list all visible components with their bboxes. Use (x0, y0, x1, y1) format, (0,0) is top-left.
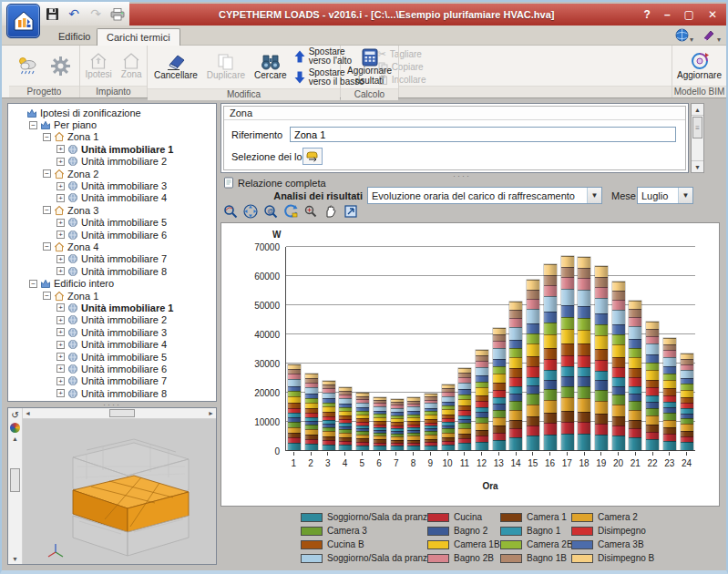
redo-icon[interactable]: ↷ (87, 5, 104, 22)
riferimento-input[interactable] (290, 127, 676, 142)
zona-scrollbar[interactable]: ▲ ≡ ▼ (691, 103, 704, 173)
application-menu-button[interactable] (6, 4, 40, 38)
tree-node[interactable]: +Unità immobiliare 8 (8, 387, 216, 399)
tree-node[interactable]: +Unità immobiliare 4 (8, 338, 216, 350)
tree-node[interactable]: +Unità immobiliare 5 (8, 351, 216, 363)
rotate-view-icon[interactable]: ↺ (11, 410, 18, 420)
collapse-icon[interactable]: − (43, 206, 51, 214)
scroll-left-icon[interactable]: ◄ (25, 410, 31, 416)
print-icon[interactable] (109, 5, 126, 22)
expand-icon[interactable]: + (56, 182, 65, 190)
aggiornare-bim-button[interactable]: Aggiornare (675, 50, 723, 82)
tree-node[interactable]: +Unità immobiliare 2 (8, 314, 216, 326)
relazione-completa-button[interactable]: Relazione completa (223, 177, 326, 189)
help-button[interactable]: ? (644, 8, 651, 21)
zona-button[interactable]: Zona (119, 51, 144, 81)
tree-node[interactable]: +Unità immobiliare 6 (8, 363, 216, 374)
tree-node[interactable]: +Unità immobiliare 3 (8, 326, 216, 338)
tree-node[interactable]: −Per piano (8, 118, 216, 130)
cercare-button[interactable]: Cercare (252, 52, 289, 82)
ipotesi-button[interactable]: Ipotesi (83, 51, 113, 81)
expand-icon[interactable]: + (56, 145, 65, 153)
tree-node[interactable]: +Unità immobiliare 5 (8, 217, 216, 229)
close-button[interactable]: ✕ (708, 8, 717, 21)
expand-icon[interactable]: + (56, 328, 65, 336)
weather-data-button[interactable] (15, 55, 41, 77)
orbit-navigator-icon[interactable] (10, 423, 20, 433)
save-icon[interactable] (44, 5, 60, 22)
tree-node[interactable]: +Unità immobiliare 3 (8, 179, 216, 191)
expand-icon[interactable]: + (56, 158, 65, 166)
tree-node[interactable]: +Unità immobiliare 1 (8, 143, 216, 155)
vscroll-up-icon[interactable]: ▲ (12, 436, 18, 442)
expand-icon[interactable]: + (56, 353, 65, 361)
zoom-extents-icon[interactable] (242, 204, 258, 219)
tree-node[interactable]: −Zona 1 (8, 131, 216, 143)
expand-icon[interactable]: + (56, 219, 65, 227)
tree-node[interactable]: −Zona 1 (8, 290, 216, 302)
expand-icon[interactable]: + (56, 194, 65, 202)
annotate-pen-icon[interactable]: ▾ (702, 28, 721, 44)
view3d-hscrollbar[interactable]: ◄ ► (23, 408, 216, 419)
zona-scroll-thumb[interactable]: ≡ (692, 117, 702, 138)
web-globe-icon[interactable]: ▾ (675, 28, 693, 44)
aggiornare-risultati-button[interactable]: Aggiornare risultati (343, 47, 397, 87)
vscroll-down-icon[interactable]: ▼ (12, 556, 18, 562)
collapse-icon[interactable]: − (43, 133, 51, 141)
hscroll-thumb[interactable] (109, 409, 135, 417)
undo-icon[interactable]: ↶ (66, 5, 82, 22)
collapse-icon[interactable]: − (29, 121, 37, 129)
zone-tree[interactable]: Ipotesi di zonificazione−Per piano−Zona … (7, 103, 217, 402)
expand-icon[interactable]: + (56, 316, 65, 324)
cancellare-button[interactable]: Cancellare (152, 52, 200, 82)
tree-node[interactable]: +Unità immobiliare 8 (8, 265, 216, 277)
collapse-icon[interactable]: − (43, 292, 51, 300)
tab-edificio[interactable]: Edificio (49, 28, 99, 46)
analisi-risultati-dropdown[interactable]: Evoluzione oraria del carico di raffresc… (367, 187, 602, 204)
tree-node[interactable]: +Unità immobiliare 6 (8, 229, 216, 241)
tree-node[interactable]: −Zona 2 (8, 168, 216, 179)
tab-carichi-termici[interactable]: Carichi termici (97, 28, 180, 46)
tree-node[interactable]: +Unità immobiliare 7 (8, 375, 216, 387)
minimize-button[interactable]: – (664, 8, 671, 21)
view3d-canvas[interactable] (23, 419, 216, 564)
tree-node[interactable]: Ipotesi di zonificazione (8, 107, 216, 118)
mese-dropdown[interactable]: Luglio ▼ (637, 187, 693, 204)
collapse-icon[interactable]: − (43, 242, 51, 251)
zona-scroll-down-icon[interactable]: ▼ (692, 160, 703, 172)
tree-node[interactable]: +Unità immobiliare 7 (8, 253, 216, 265)
expand-icon[interactable]: + (56, 389, 65, 397)
expand-icon[interactable]: + (56, 303, 65, 312)
title-bar[interactable]: CYPETHERM LOADS - v2016.i - [C:\...\Esem… (129, 4, 726, 26)
zoom-original-icon[interactable]: @ (262, 204, 278, 219)
expand-icon[interactable]: + (56, 231, 65, 239)
pan-hand-icon[interactable] (323, 204, 338, 219)
expand-icon[interactable]: + (56, 364, 65, 373)
legend-swatch (500, 554, 522, 563)
vscroll-thumb[interactable] (10, 468, 20, 492)
selezione-locali-button[interactable] (302, 148, 323, 165)
tree-node[interactable]: +Unità immobiliare 1 (8, 302, 216, 313)
collapse-icon[interactable]: − (29, 280, 37, 288)
tree-node[interactable]: −Zona 3 (8, 204, 216, 216)
bar-segment (612, 425, 625, 436)
bar-segment (663, 344, 676, 351)
maximize-button[interactable]: ▢ (684, 8, 694, 21)
expand-icon[interactable]: + (56, 267, 65, 275)
scroll-right-icon[interactable]: ► (208, 410, 214, 416)
zoom-dynamic-icon[interactable] (222, 204, 238, 219)
collapse-icon[interactable]: − (43, 169, 51, 178)
tree-node[interactable]: +Unità immobiliare 2 (8, 156, 216, 168)
tree-node[interactable]: +Unità immobiliare 4 (8, 192, 216, 204)
tree-node[interactable]: −Edificio intero (8, 277, 216, 289)
zoom-window-icon[interactable] (302, 204, 318, 219)
expand-icon[interactable]: + (56, 341, 65, 349)
tree-node[interactable]: −Zona 4 (8, 241, 216, 252)
duplicare-button[interactable]: Duplicare (205, 52, 247, 82)
redraw-icon[interactable] (282, 204, 298, 219)
zona-scroll-up-icon[interactable]: ▲ (692, 104, 703, 116)
expand-icon[interactable]: + (56, 377, 65, 385)
export-chart-icon[interactable] (343, 204, 358, 219)
general-settings-button[interactable] (48, 55, 73, 77)
expand-icon[interactable]: + (56, 255, 65, 263)
